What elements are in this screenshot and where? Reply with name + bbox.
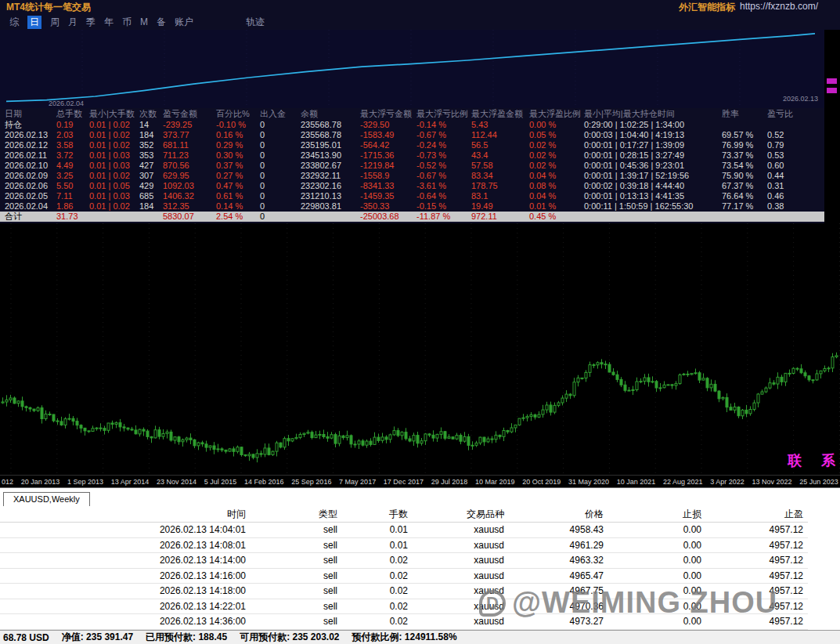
stats-table-body: 持仓0.190.01 | 0.0214-239.25-0.10 %0235568… xyxy=(0,120,824,222)
stats-col-header: 盈亏金额 xyxy=(161,108,215,120)
price-marker-icon xyxy=(827,78,837,84)
chart-tab-bar: XAUUSD,Weekly xyxy=(0,487,840,506)
stats-col-header: 盈亏比 xyxy=(766,108,801,120)
stats-col-header: 最小|大手数 xyxy=(88,108,138,120)
trades-table-header-row: 时间类型手数交易品种价格止损止盈 xyxy=(0,506,808,523)
trades-col-header: 止损 xyxy=(608,508,706,521)
price-axis-strip xyxy=(824,30,840,223)
stats-row-2026.02.09: 2026.02.093.250.01 | 0.02307629.950.27 %… xyxy=(0,171,824,181)
menu-item-币[interactable]: 币 xyxy=(122,16,132,29)
menu-item-M[interactable]: M xyxy=(140,16,148,27)
contact-watermark: 联 系 xyxy=(788,451,840,470)
trades-table-body: 2026.02.13 14:04:01sell0.01xauusd4958.43… xyxy=(0,523,808,630)
candlestick-chart[interactable] xyxy=(0,223,840,475)
trade-row[interactable]: 2026.02.13 14:04:01sell0.01xauusd4958.43… xyxy=(0,523,808,538)
stats-menu-bar: 综日周月季年币M备账户轨迹 xyxy=(0,14,840,30)
time-axis-label: 3 Apr 2022 xyxy=(710,478,744,486)
time-axis-label: 1 Sep 2013 xyxy=(67,478,103,486)
time-axis-label: 012 xyxy=(2,478,13,486)
menu-item-周[interactable]: 周 xyxy=(50,16,59,29)
trade-row[interactable]: 2026.02.13 14:14:00sell0.02xauusd4963.32… xyxy=(0,553,808,569)
time-axis-label: 14 Feb 2016 xyxy=(244,478,284,486)
menu-item-账户[interactable]: 账户 xyxy=(175,16,193,29)
time-axis-label: 29 Jul 2018 xyxy=(431,478,468,486)
menu-item-备[interactable]: 备 xyxy=(157,16,166,29)
panel-title: MT4统计每一笔交易 xyxy=(6,1,91,14)
panel-brand-area: 外汇智能指标 https://fxznzb.com/ xyxy=(679,1,818,14)
status-segment: 净值: 235 391.47 xyxy=(62,631,133,644)
time-axis-label: 7 May 2017 xyxy=(339,478,376,486)
time-axis-label: 10 Mar 2019 xyxy=(475,478,515,486)
menu-item-年[interactable]: 年 xyxy=(104,16,114,29)
trade-row[interactable]: 2026.02.13 14:36:00sell0.02xauusd4973.27… xyxy=(0,614,808,630)
time-axis-label: 17 Dec 2017 xyxy=(384,478,424,486)
menu-item-trail[interactable]: 轨迹 xyxy=(246,16,265,29)
stats-row-2026.02.06: 2026.02.065.500.01 | 0.054291092.030.47 … xyxy=(0,181,824,191)
stats-col-header: 总手数 xyxy=(55,108,88,120)
time-axis-label: 13 Apr 2014 xyxy=(111,478,150,486)
chart-tab-xauusd-weekly[interactable]: XAUUSD,Weekly xyxy=(3,492,90,506)
daily-stats-table: 日期总手数最小|大手数次数盈亏金额百分比%出入金余额最大浮亏金额最大浮亏比例最大… xyxy=(0,108,824,222)
trade-row[interactable]: 2026.02.13 14:18:00sell0.02xauusd4967.75… xyxy=(0,584,808,599)
time-axis-label: 20 Oct 2019 xyxy=(522,478,561,486)
time-axis-label: 31 May 2020 xyxy=(568,478,609,486)
equity-chart: 2026.02.04 2026.02.13 xyxy=(0,30,824,108)
time-axis-label: 20 Jan 2013 xyxy=(21,478,60,486)
stats-col-header: 最小|平均|最大持仓时间 xyxy=(582,108,720,120)
time-axis-label: 22 Aug 2021 xyxy=(663,478,703,486)
menu-item-月[interactable]: 月 xyxy=(68,16,78,29)
price-marker-icon xyxy=(827,88,837,93)
menu-item-季[interactable]: 季 xyxy=(86,16,96,29)
stats-col-header: 最大浮亏比例 xyxy=(415,108,470,120)
stats-col-header: 最大浮亏金额 xyxy=(359,108,415,120)
equity-curve xyxy=(0,30,824,108)
trades-col-header: 时间 xyxy=(0,508,251,521)
panel-title-bar: MT4统计每一笔交易 外汇智能指标 https://fxznzb.com/ xyxy=(0,0,840,14)
stats-col-header: 次数 xyxy=(138,108,161,120)
trades-col-header: 交易品种 xyxy=(413,508,509,521)
equity-end-date: 2026.02.13 xyxy=(783,95,818,103)
stats-col-header: 日期 xyxy=(0,108,55,120)
brand-name: 外汇智能指标 xyxy=(679,1,735,14)
time-axis-label: 10 Jan 2021 xyxy=(617,478,656,486)
menu-item-日[interactable]: 日 xyxy=(27,16,41,29)
stats-row-2026.02.13: 2026.02.132.030.01 | 0.02184373.770.16 %… xyxy=(0,130,824,140)
stats-indicator-panel: MT4统计每一笔交易 外汇智能指标 https://fxznzb.com/ 综日… xyxy=(0,0,840,223)
time-axis-label: 25 Sep 2016 xyxy=(291,478,331,486)
stats-row-合计: 合计31.735830.072.54 %0-25003.68-11.87 %97… xyxy=(0,212,824,222)
status-segment: 预付款比例: 124911.58% xyxy=(352,631,457,644)
mt4-window: MT4统计每一笔交易 外汇智能指标 https://fxznzb.com/ 综日… xyxy=(0,0,840,644)
candles-svg xyxy=(0,223,840,475)
equity-start-date: 2026.02.04 xyxy=(49,99,84,107)
menu-item-综[interactable]: 综 xyxy=(9,16,19,29)
stats-col-header: 最大浮盈金额 xyxy=(470,108,528,120)
stats-row-2026.02.04: 2026.02.041.860.01 | 0.02184312.350.14 %… xyxy=(0,201,824,212)
stats-col-header: 余额 xyxy=(299,108,359,120)
trade-row[interactable]: 2026.02.13 14:16:00sell0.02xauusd4965.47… xyxy=(0,569,808,584)
trades-col-header: 止盈 xyxy=(706,508,808,521)
status-segment: 已用预付款: 188.45 xyxy=(146,631,227,644)
stats-row-2026.02.12: 2026.02.123.580.01 | 0.02352681.110.29 %… xyxy=(0,140,824,150)
time-axis-label: 25 Jun 2023 xyxy=(799,478,838,486)
trade-row[interactable]: 2026.02.13 14:22:01sell0.02xauusd4970.36… xyxy=(0,599,808,615)
trade-row[interactable]: 2026.02.13 14:08:01sell0.01xauusd4961.29… xyxy=(0,538,808,554)
trades-col-header: 价格 xyxy=(509,508,608,521)
status-bar: 68.78 USD净值: 235 391.47已用预付款: 188.45可用预付… xyxy=(0,630,840,644)
time-axis-label: 13 Nov 2022 xyxy=(752,478,792,486)
time-axis-label: 23 Nov 2014 xyxy=(157,478,196,486)
stats-row-2026.02.05: 2026.02.057.110.01 | 0.036851406.320.61 … xyxy=(0,191,824,201)
stats-row-2026.02.10: 2026.02.104.490.01 | 0.03427870.560.37 %… xyxy=(0,161,824,171)
trades-col-header: 手数 xyxy=(342,508,413,521)
open-trades-table: 时间类型手数交易品种价格止损止盈 2026.02.13 14:04:01sell… xyxy=(0,506,840,630)
time-axis-label: 5 Jul 2015 xyxy=(204,478,237,486)
time-axis[interactable]: 01220 Jan 20131 Sep 201313 Apr 201423 No… xyxy=(0,475,840,487)
stats-table-header-row: 日期总手数最小|大手数次数盈亏金额百分比%出入金余额最大浮亏金额最大浮亏比例最大… xyxy=(0,108,824,120)
stats-col-header: 最大浮盈比例 xyxy=(528,108,582,120)
brand-url-link[interactable]: https://fxznzb.com/ xyxy=(740,1,818,14)
stats-row-持仓: 持仓0.190.01 | 0.0214-239.25-0.10 %0235568… xyxy=(0,120,824,130)
status-segment: 可用预付款: 235 203.02 xyxy=(240,631,339,644)
stats-col-header: 出入金 xyxy=(258,108,299,120)
stats-row-2026.02.11: 2026.02.113.720.01 | 0.03353711.230.30 %… xyxy=(0,150,824,161)
trades-col-header: 类型 xyxy=(251,508,342,521)
equity-chart-area: 2026.02.04 2026.02.13 xyxy=(0,30,840,108)
